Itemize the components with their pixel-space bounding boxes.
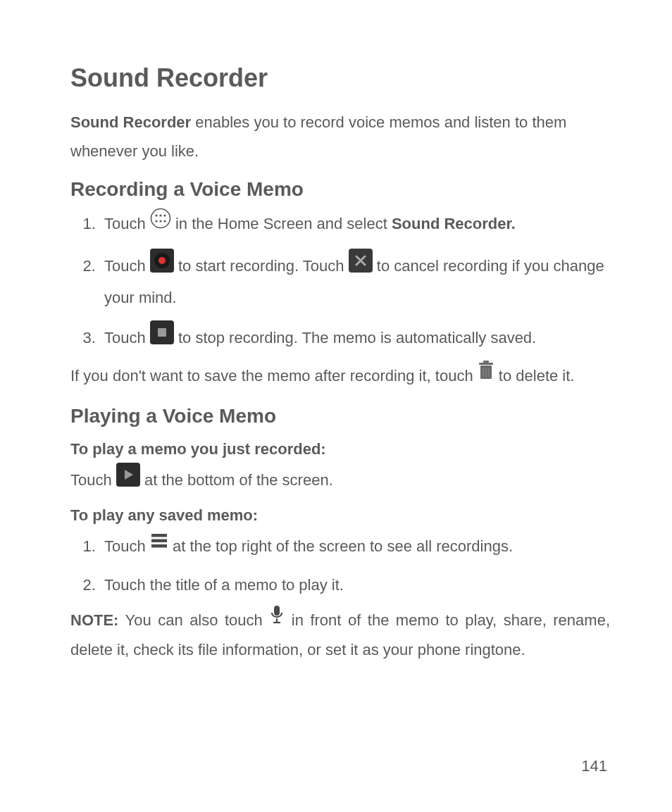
play-just-recorded: Touch at the bottom of the screen. [70,464,610,498]
step-bold: Sound Recorder. [392,215,516,232]
svg-point-4 [155,220,157,223]
play-sub2: To play any saved memo: [70,502,610,530]
recording-steps-list: Touch in the Home Screen and select Soun… [70,209,610,356]
list-item: Touch to start recording. Touch to cance… [100,250,610,312]
step-text: Touch [104,329,150,346]
svg-point-1 [155,215,157,217]
step-text: at the top right of the screen to see al… [168,537,513,555]
page-title: Sound Recorder [70,63,610,93]
trash-icon [478,360,494,391]
note-paragraph: NOTE: You can also touch in front of the… [70,606,610,665]
svg-rect-14 [479,363,493,365]
text: Touch [70,471,116,489]
list-menu-icon [150,531,168,560]
text: to delete it. [494,367,575,385]
svg-point-0 [151,209,170,228]
section-recording-heading: Recording a Voice Memo [70,178,610,201]
svg-point-6 [163,220,166,223]
record-icon [150,249,174,282]
svg-point-9 [158,257,166,264]
text: at the bottom of the screen. [140,471,333,489]
text: If you don't want to save the memo after… [70,367,478,385]
step-text: in the Home Screen and select [171,215,392,232]
section-playing-heading: Playing a Voice Memo [70,405,610,427]
play-sub1: To play a memo you just recorded: [70,436,610,463]
list-item: Touch to stop recording. The memo is aut… [100,322,610,356]
svg-rect-12 [158,328,166,337]
delete-paragraph: If you don't want to save the memo after… [70,361,610,392]
step-text: to stop recording. The memo is automatic… [174,329,536,346]
play-icon [116,463,140,496]
apps-grid-icon [150,208,171,239]
list-item: Touch in the Home Screen and select Soun… [100,209,610,240]
svg-rect-22 [151,539,167,543]
step-text: Touch [104,215,150,232]
cancel-icon [349,249,373,282]
svg-point-3 [163,215,166,217]
microphone-icon [269,604,285,635]
svg-rect-24 [274,606,280,616]
step-text: Touch [104,257,150,275]
page-number: 141 [581,757,607,775]
svg-rect-23 [151,544,167,548]
step-text: Touch the title of a memo to play it. [104,576,344,594]
step-text: Touch [104,537,150,555]
svg-point-2 [159,215,161,217]
svg-rect-21 [151,534,167,537]
step-text: to start recording. Touch [174,257,349,275]
note-text: You can also touch [118,611,269,628]
svg-point-5 [159,220,161,223]
stop-icon [150,320,174,354]
list-item: Touch the title of a memo to play it. [100,571,610,600]
list-item: Touch at the top right of the screen to … [100,532,610,562]
note-label: NOTE: [70,611,118,628]
play-steps-list: Touch at the top right of the screen to … [70,532,610,600]
svg-rect-15 [483,361,489,363]
intro-paragraph: Sound Recorder enables you to record voi… [70,108,610,165]
intro-bold: Sound Recorder [70,113,191,131]
